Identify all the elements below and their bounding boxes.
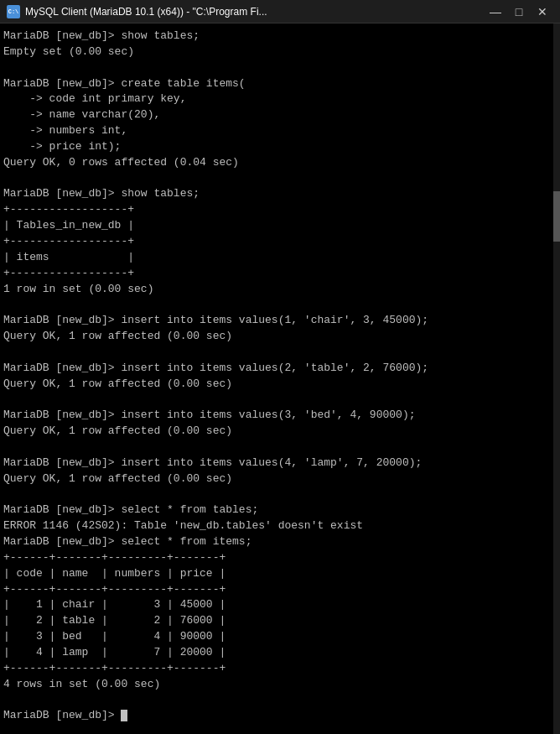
terminal-window[interactable]: MariaDB [new_db]> show tables; Empty set… [0, 23, 560, 734]
title-bar: C:\ MySQL Client (MariaDB 10.1 (x64)) - … [0, 0, 560, 23]
minimize-button[interactable]: — [485, 3, 506, 21]
scrollbar[interactable] [553, 23, 560, 734]
scrollbar-thumb[interactable] [553, 191, 560, 242]
terminal-cursor [121, 710, 127, 721]
window-controls: — □ ✕ [485, 3, 553, 21]
window-title: MySQL Client (MariaDB 10.1 (x64)) - "C:\… [25, 6, 480, 18]
maximize-button[interactable]: □ [508, 3, 530, 21]
terminal-output: MariaDB [new_db]> show tables; Empty set… [3, 29, 557, 724]
close-button[interactable]: ✕ [531, 3, 553, 21]
app-icon: C:\ [7, 5, 20, 18]
